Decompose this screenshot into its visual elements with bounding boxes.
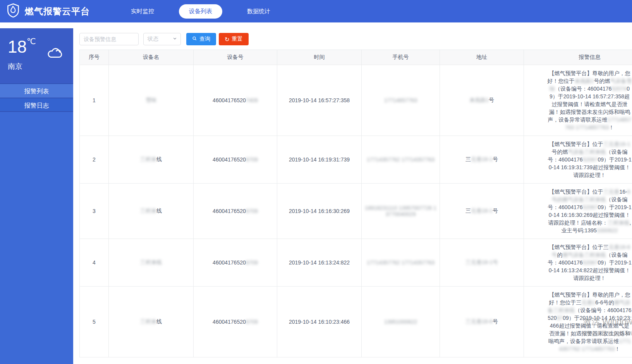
table-header-row: 序号 设备名 设备号 时间 手机号 地址 报警信息	[80, 50, 632, 65]
table-row: 2三村来线4600417652067092019-10-14 16:19:31:…	[80, 136, 632, 184]
cell-no: 4	[80, 239, 109, 287]
cloud-icon	[46, 46, 64, 60]
weather-widget: 18℃ 南京	[0, 28, 73, 83]
cell-phone: 17714357762 17714357763	[362, 239, 440, 287]
cell-no: 1	[80, 65, 109, 136]
cell-device-no: 460041765206709	[194, 136, 277, 184]
cell-no: 2	[80, 136, 109, 184]
cell-no: 5	[80, 287, 109, 357]
nav-item-device-list[interactable]: 设备列表	[179, 4, 222, 19]
cell-address: 三元巷16-1号	[440, 239, 524, 287]
sidebar-menu: 报警列表 报警日志	[0, 83, 73, 112]
alarm-log-table-container: 序号 设备名 设备号 时间 手机号 地址 报警信息 1雪味46004176520…	[79, 50, 632, 357]
sidebar-item-alarm-list[interactable]: 报警列表	[0, 83, 73, 98]
cell-phone: 17714857763	[362, 65, 440, 136]
reset-button-label: 重置	[232, 36, 243, 43]
search-icon	[192, 36, 197, 42]
cell-address: 三元巷16-1号	[440, 184, 524, 239]
cell-device-no: 460041765206709	[194, 184, 277, 239]
table-row: 5三村来线4600417652067092019-10-14 16:10:23:…	[80, 287, 632, 357]
cell-name: 三村来线	[109, 136, 194, 184]
top-navbar: 燃气报警云平台 实时监控 设备列表 数据统计	[0, 0, 632, 22]
cell-address: 三元巷16-6号	[440, 287, 524, 357]
cell-time: 2019-10-14 16:57:27:358	[277, 65, 362, 136]
cell-time: 2019-10-14 16:19:31:739	[277, 136, 362, 184]
cell-name: 三村来线	[109, 239, 194, 287]
nav-item-realtime-monitor[interactable]: 实时监控	[121, 4, 164, 19]
cell-time: 2019-10-14 16:13:24:822	[277, 239, 362, 287]
sidebar-item-alarm-log[interactable]: 报警日志	[0, 98, 73, 112]
col-header-alarm-info: 报警信息	[524, 50, 632, 65]
col-header-address: 地址	[440, 50, 524, 65]
col-header-index: 序号	[80, 50, 109, 65]
brand: 燃气报警云平台	[5, 3, 90, 20]
nav-item-data-statistics[interactable]: 数据统计	[237, 4, 280, 19]
col-header-device-name: 设备名	[109, 50, 194, 65]
cell-phone: 17714357762 17714357763	[362, 136, 440, 184]
refresh-icon: ↻	[225, 36, 230, 42]
filter-toolbar: 状态 查询 ↻ 重置	[79, 33, 249, 45]
query-button[interactable]: 查询	[186, 33, 216, 45]
logo-shield-flame-icon	[5, 3, 21, 20]
cell-time: 2019-10-14 16:16:30:269	[277, 184, 362, 239]
temperature-unit: ℃	[27, 37, 36, 46]
status-select-placeholder: 状态	[148, 36, 158, 43]
alarm-search-input[interactable]	[79, 33, 139, 45]
chevron-down-icon	[172, 36, 177, 43]
cell-no: 3	[80, 184, 109, 239]
cell-message: 【燃气预警平台】位于三元巷16-6号的燃气设备三村来线（设备编号：4600417…	[524, 239, 632, 287]
cell-message: 【燃气预警平台】尊敬的用户，您好！您位于来燕路1号的燃气设备雪味（设备编号：46…	[524, 65, 632, 136]
col-header-phone: 手机号	[362, 50, 440, 65]
app-root: 燃气报警云平台 实时监控 设备列表 数据统计 18℃ 南京 报警列表 报警日志	[0, 0, 632, 364]
cell-phone: 13951000622	[362, 287, 440, 357]
cell-time: 2019-10-14 16:10:23:466	[277, 287, 362, 357]
main-nav: 实时监控 设备列表 数据统计	[121, 4, 295, 19]
cell-name: 雪味	[109, 65, 194, 136]
cell-address: 三元巷16-1号	[440, 136, 524, 184]
sidebar: 18℃ 南京 报警列表 报警日志	[0, 28, 73, 364]
reset-button[interactable]: ↻ 重置	[219, 33, 249, 45]
cell-message: 【燃气预警平台】位于三元巷16-1号的燃气设备三村来线（设备编号：4600417…	[524, 136, 632, 184]
cell-device-no: 460041765206709	[194, 287, 277, 357]
table-body: 1雪味4600417652074092019-10-14 16:57:27:35…	[80, 65, 632, 357]
temperature-value: 18	[8, 37, 27, 56]
table-row: 3三村来线4600417652067092019-10-14 16:16:30:…	[80, 184, 632, 239]
table-row: 1雪味4600417652074092019-10-14 16:57:27:35…	[80, 65, 632, 136]
cell-address: 来燕路1号	[440, 65, 524, 136]
cell-device-no: 460041765206709	[194, 239, 277, 287]
cell-name: 三村来线	[109, 184, 194, 239]
weather-city: 南京	[8, 62, 73, 72]
app-title: 燃气报警云平台	[25, 5, 90, 17]
cell-message: 【燃气预警平台】位于三元巷16-6号的燃气设备三村来线（设备编号：4600417…	[524, 184, 632, 239]
col-header-time: 时间	[277, 50, 362, 65]
col-header-device-number: 设备号	[194, 50, 277, 65]
table-row: 4三村来线4600417652067092019-10-14 16:13:24:…	[80, 239, 632, 287]
cell-name: 三村来线	[109, 287, 194, 357]
cell-phone: 18918231110 13957007726 13770040029	[362, 184, 440, 239]
status-select[interactable]: 状态	[143, 33, 181, 45]
query-button-label: 查询	[199, 36, 210, 43]
cell-device-no: 460041765207409	[194, 65, 277, 136]
alarm-log-table: 序号 设备名 设备号 时间 手机号 地址 报警信息 1雪味46004176520…	[79, 50, 632, 357]
cell-message: 【燃气预警平台】尊敬的用户，您好！您位于三元巷16-6号的燃气设备三村来线（设备…	[524, 287, 632, 357]
